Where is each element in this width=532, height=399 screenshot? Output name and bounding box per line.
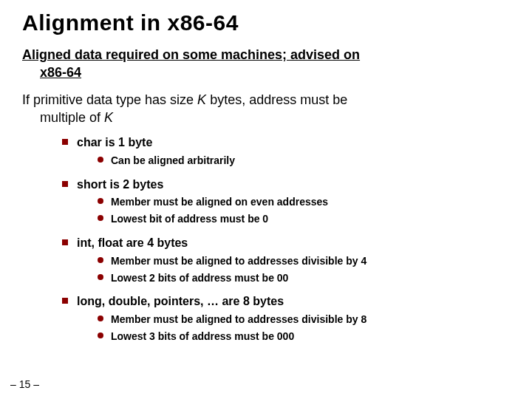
bullet-long-double-sub1: Member must be aligned to addresses divi… (98, 311, 511, 328)
bullet-short-sub2: Lowest bit of address must be 0 (98, 211, 511, 228)
bullet-int-float-sublist: Member must be aligned to addresses divi… (98, 253, 511, 287)
bullet-short: short is 2 bytes Member must be aligned … (62, 174, 511, 233)
section-primitive-line2-pre: multiple of (40, 110, 104, 125)
section-aligned-data-line1: Aligned data required on some machines; … (22, 47, 360, 62)
bullet-short-sublist: Member must be aligned on even addresses… (98, 194, 511, 228)
section-primitive-rule: If primitive data type has size K bytes,… (22, 91, 511, 127)
bullet-int-float-sub1: Member must be aligned to addresses divi… (98, 253, 511, 270)
bullet-char-sub1: Can be aligned arbitrarily (98, 152, 511, 169)
section-aligned-data-line2: x86-64 (40, 65, 81, 80)
bullet-long-double: long, double, pointers, … are 8 bytes Me… (62, 291, 511, 349)
bullet-char-sublist: Can be aligned arbitrarily (98, 152, 511, 169)
bullet-list: char is 1 byte Can be aligned arbitraril… (62, 132, 511, 350)
section-primitive-k1: K (197, 92, 206, 107)
bullet-short-sub1: Member must be aligned on even addresses (98, 194, 511, 211)
page-number: – 15 – (10, 378, 39, 390)
bullet-int-float-label: int, float are 4 bytes (77, 236, 188, 249)
bullet-char: char is 1 byte Can be aligned arbitraril… (62, 132, 511, 174)
bullet-char-label: char is 1 byte (77, 136, 152, 149)
section-aligned-data: Aligned data required on some machines; … (22, 46, 511, 82)
section-primitive-pre: If primitive data type has size (22, 92, 197, 107)
bullet-long-double-sub2: Lowest 3 bits of address must be 000 (98, 328, 511, 345)
bullet-short-label: short is 2 bytes (77, 178, 163, 191)
bullet-int-float-sub2: Lowest 2 bits of address must be 00 (98, 270, 511, 287)
bullet-long-double-sublist: Member must be aligned to addresses divi… (98, 311, 511, 345)
slide: Alignment in x86-64 Aligned data require… (0, 0, 532, 399)
section-primitive-line2: multiple of K (40, 110, 113, 125)
section-primitive-mid: bytes, address must be (206, 92, 347, 107)
section-primitive-k2: K (104, 110, 113, 125)
slide-title: Alignment in x86-64 (22, 10, 511, 35)
bullet-long-double-label: long, double, pointers, … are 8 bytes (77, 295, 284, 307)
bullet-int-float: int, float are 4 bytes Member must be al… (62, 233, 511, 291)
